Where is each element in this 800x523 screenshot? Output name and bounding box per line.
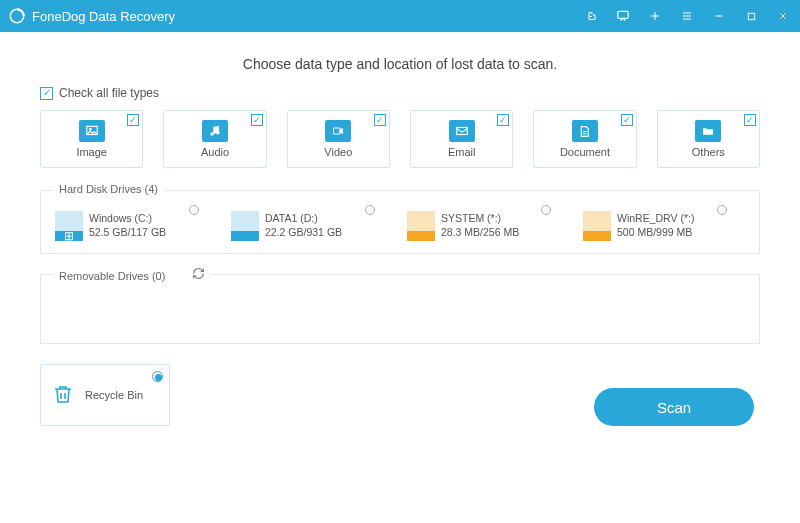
drive-radio[interactable] [365, 205, 375, 215]
drive-winre[interactable]: WinRE_DRV (*:) 500 MB/999 MB [583, 211, 733, 241]
type-checked-icon [744, 114, 756, 126]
type-checked-icon [251, 114, 263, 126]
headline: Choose data type and location of lost da… [40, 56, 760, 72]
menu-icon[interactable] [678, 7, 696, 25]
drive-radio[interactable] [717, 205, 727, 215]
trash-icon [51, 381, 75, 410]
svg-point-4 [89, 128, 91, 130]
drive-size: 500 MB/999 MB [617, 225, 694, 239]
document-icon [572, 120, 598, 142]
drive-system[interactable]: SYSTEM (*:) 28.3 MB/256 MB [407, 211, 557, 241]
file-type-row: Image Audio Video Email Document Others [40, 110, 760, 168]
titlebar: FoneDog Data Recovery [0, 0, 800, 32]
refresh-icon[interactable] [192, 267, 205, 280]
audio-icon [202, 120, 228, 142]
svg-rect-8 [456, 128, 467, 135]
email-icon [449, 120, 475, 142]
svg-point-6 [216, 131, 220, 135]
hdd-section: Hard Disk Drives (4) ⊞ Windows (C:) 52.5… [40, 190, 760, 254]
removable-title: Removable Drives (0) [53, 267, 211, 282]
type-card-image[interactable]: Image [40, 110, 143, 168]
drive-radio[interactable] [189, 205, 199, 215]
type-checked-icon [497, 114, 509, 126]
type-card-email[interactable]: Email [410, 110, 513, 168]
removable-title-text: Removable Drives (0) [59, 270, 165, 282]
type-card-others[interactable]: Others [657, 110, 760, 168]
drive-name: DATA1 (D:) [265, 211, 342, 225]
share-icon[interactable] [582, 7, 600, 25]
hdd-title: Hard Disk Drives (4) [53, 183, 164, 195]
plus-icon[interactable] [646, 7, 664, 25]
feedback-icon[interactable] [614, 7, 632, 25]
drive-size: 28.3 MB/256 MB [441, 225, 519, 239]
svg-point-5 [210, 132, 214, 136]
drive-name: Windows (C:) [89, 211, 166, 225]
type-card-audio[interactable]: Audio [163, 110, 266, 168]
drive-data1-d[interactable]: DATA1 (D:) 22.2 GB/931 GB [231, 211, 381, 241]
drive-radio[interactable] [541, 205, 551, 215]
type-label: Image [76, 146, 107, 158]
main-content: Choose data type and location of lost da… [0, 32, 800, 426]
scan-button[interactable]: Scan [594, 388, 754, 426]
drive-icon: ⊞ [55, 211, 83, 241]
recycle-label: Recycle Bin [85, 389, 143, 401]
bottom-row: Recycle Bin Scan [40, 364, 760, 426]
close-icon[interactable] [774, 7, 792, 25]
app-logo-icon [8, 7, 26, 25]
svg-rect-7 [334, 128, 341, 134]
drive-icon [231, 211, 259, 241]
app-title: FoneDog Data Recovery [32, 9, 582, 24]
check-all-file-types[interactable]: Check all file types [40, 86, 760, 100]
drive-name: SYSTEM (*:) [441, 211, 519, 225]
svg-rect-2 [748, 13, 754, 19]
type-card-document[interactable]: Document [533, 110, 636, 168]
check-all-checkbox[interactable] [40, 87, 53, 100]
drive-icon [407, 211, 435, 241]
type-card-video[interactable]: Video [287, 110, 390, 168]
removable-section: Removable Drives (0) [40, 274, 760, 344]
type-label: Email [448, 146, 476, 158]
drive-size: 52.5 GB/117 GB [89, 225, 166, 239]
drive-icon [583, 211, 611, 241]
type-label: Others [692, 146, 725, 158]
minimize-icon[interactable] [710, 7, 728, 25]
recycle-radio-selected[interactable] [152, 371, 163, 382]
drive-size: 22.2 GB/931 GB [265, 225, 342, 239]
type-checked-icon [621, 114, 633, 126]
type-checked-icon [127, 114, 139, 126]
type-label: Audio [201, 146, 229, 158]
hdd-list: ⊞ Windows (C:) 52.5 GB/117 GB DATA1 (D:)… [55, 207, 745, 241]
check-all-label: Check all file types [59, 86, 159, 100]
type-label: Video [324, 146, 352, 158]
video-icon [325, 120, 351, 142]
recycle-bin-card[interactable]: Recycle Bin [40, 364, 170, 426]
maximize-icon[interactable] [742, 7, 760, 25]
drive-name: WinRE_DRV (*:) [617, 211, 694, 225]
window-controls [582, 7, 792, 25]
type-checked-icon [374, 114, 386, 126]
image-icon [79, 120, 105, 142]
drive-windows-c[interactable]: ⊞ Windows (C:) 52.5 GB/117 GB [55, 211, 205, 241]
folder-icon [695, 120, 721, 142]
type-label: Document [560, 146, 610, 158]
svg-rect-1 [618, 11, 629, 18]
